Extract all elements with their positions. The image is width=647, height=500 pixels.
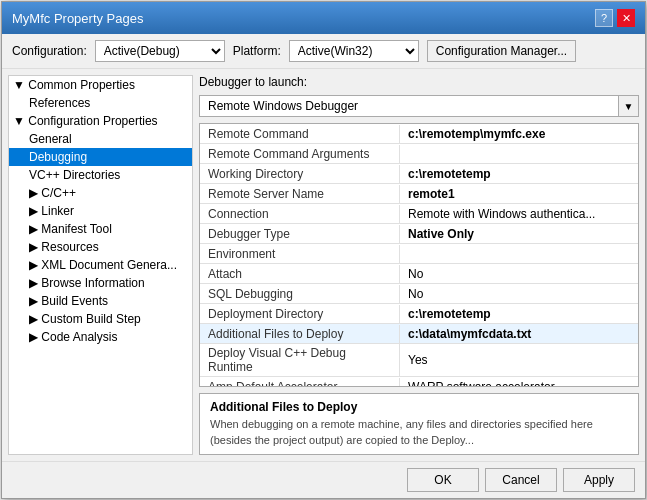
main-content: ▼ Common Properties References ▼ Configu… [2, 69, 645, 461]
dialog-title: MyMfc Property Pages [12, 11, 144, 26]
prop-name-11: Deploy Visual C++ Debug Runtime [200, 344, 400, 376]
prop-value-6 [400, 252, 638, 256]
prop-value-2: c:\remotetemp [400, 165, 638, 183]
prop-name-0: Remote Command [200, 125, 400, 143]
prop-name-10: Additional Files to Deploy [200, 325, 400, 343]
prop-name-1: Remote Command Arguments [200, 145, 400, 163]
title-bar: MyMfc Property Pages ? ✕ [2, 2, 645, 34]
description-box: Additional Files to Deploy When debuggin… [199, 393, 639, 455]
table-row[interactable]: Amp Default Accelerator WARP software ac… [200, 377, 638, 387]
debugger-label: Debugger to launch: [199, 75, 307, 89]
prop-value-5: Native Only [400, 225, 638, 243]
ok-button[interactable]: OK [407, 468, 479, 492]
description-title: Additional Files to Deploy [210, 400, 628, 414]
cancel-button[interactable]: Cancel [485, 468, 557, 492]
table-row[interactable]: Deployment Directory c:\remotetemp [200, 304, 638, 324]
tree-debugging[interactable]: Debugging [9, 148, 192, 166]
config-select[interactable]: Active(Debug) [95, 40, 225, 62]
platform-label: Platform: [233, 44, 281, 58]
table-row[interactable]: Deploy Visual C++ Debug Runtime Yes [200, 344, 638, 377]
table-row[interactable]: Environment [200, 244, 638, 264]
prop-name-3: Remote Server Name [200, 185, 400, 203]
prop-value-1 [400, 152, 638, 156]
tree-custom-build-step[interactable]: ▶ Custom Build Step [9, 310, 192, 328]
prop-name-12: Amp Default Accelerator [200, 378, 400, 388]
prop-value-10: c:\data\mymfcdata.txt [400, 325, 638, 343]
prop-value-12: WARP software accelerator [400, 378, 638, 388]
table-row[interactable]: Remote Server Name remote1 [200, 184, 638, 204]
prop-name-2: Working Directory [200, 165, 400, 183]
table-row[interactable]: Additional Files to Deploy c:\data\mymfc… [200, 324, 638, 344]
prop-value-4: Remote with Windows authentica... [400, 205, 638, 223]
toolbar: Configuration: Active(Debug) Platform: A… [2, 34, 645, 69]
prop-name-6: Environment [200, 245, 400, 263]
debugger-row: Debugger to launch: [199, 75, 639, 89]
table-row[interactable]: SQL Debugging No [200, 284, 638, 304]
config-label: Configuration: [12, 44, 87, 58]
debugger-value: Remote Windows Debugger [200, 97, 618, 115]
prop-name-5: Debugger Type [200, 225, 400, 243]
tree-common-properties[interactable]: ▼ Common Properties [9, 76, 192, 94]
prop-name-9: Deployment Directory [200, 305, 400, 323]
right-panel: Debugger to launch: Remote Windows Debug… [199, 75, 639, 455]
property-pages-dialog: MyMfc Property Pages ? ✕ Configuration: … [1, 1, 646, 499]
prop-value-7: No [400, 265, 638, 283]
prop-name-4: Connection [200, 205, 400, 223]
table-row[interactable]: Remote Command c:\remotemp\mymfc.exe [200, 124, 638, 144]
tree-xml-document[interactable]: ▶ XML Document Genera... [9, 256, 192, 274]
bottom-bar: OK Cancel Apply [2, 461, 645, 498]
table-row[interactable]: Connection Remote with Windows authentic… [200, 204, 638, 224]
debugger-dropdown-arrow[interactable]: ▼ [618, 96, 638, 116]
prop-value-9: c:\remotetemp [400, 305, 638, 323]
prop-name-7: Attach [200, 265, 400, 283]
tree-panel: ▼ Common Properties References ▼ Configu… [8, 75, 193, 455]
tree-vc-directories[interactable]: VC++ Directories [9, 166, 192, 184]
table-row[interactable]: Debugger Type Native Only [200, 224, 638, 244]
table-row[interactable]: Attach No [200, 264, 638, 284]
tree-general[interactable]: General [9, 130, 192, 148]
platform-select[interactable]: Active(Win32) [289, 40, 419, 62]
help-button[interactable]: ? [595, 9, 613, 27]
tree-manifest-tool[interactable]: ▶ Manifest Tool [9, 220, 192, 238]
prop-name-8: SQL Debugging [200, 285, 400, 303]
tree-cpp[interactable]: ▶ C/C++ [9, 184, 192, 202]
table-row[interactable]: Working Directory c:\remotetemp [200, 164, 638, 184]
config-manager-button[interactable]: Configuration Manager... [427, 40, 576, 62]
prop-value-3: remote1 [400, 185, 638, 203]
tree-linker[interactable]: ▶ Linker [9, 202, 192, 220]
tree-code-analysis[interactable]: ▶ Code Analysis [9, 328, 192, 346]
prop-value-0: c:\remotemp\mymfc.exe [400, 125, 638, 143]
close-button[interactable]: ✕ [617, 9, 635, 27]
tree-references[interactable]: References [9, 94, 192, 112]
description-text: When debugging on a remote machine, any … [210, 417, 628, 448]
tree-build-events[interactable]: ▶ Build Events [9, 292, 192, 310]
properties-table: Remote Command c:\remotemp\mymfc.exe Rem… [199, 123, 639, 387]
tree-configuration-properties[interactable]: ▼ Configuration Properties [9, 112, 192, 130]
prop-value-8: No [400, 285, 638, 303]
tree-browse-information[interactable]: ▶ Browse Information [9, 274, 192, 292]
prop-value-11: Yes [400, 351, 638, 369]
title-buttons: ? ✕ [595, 9, 635, 27]
debugger-select[interactable]: Remote Windows Debugger ▼ [199, 95, 639, 117]
apply-button[interactable]: Apply [563, 468, 635, 492]
table-row[interactable]: Remote Command Arguments [200, 144, 638, 164]
tree-resources[interactable]: ▶ Resources [9, 238, 192, 256]
